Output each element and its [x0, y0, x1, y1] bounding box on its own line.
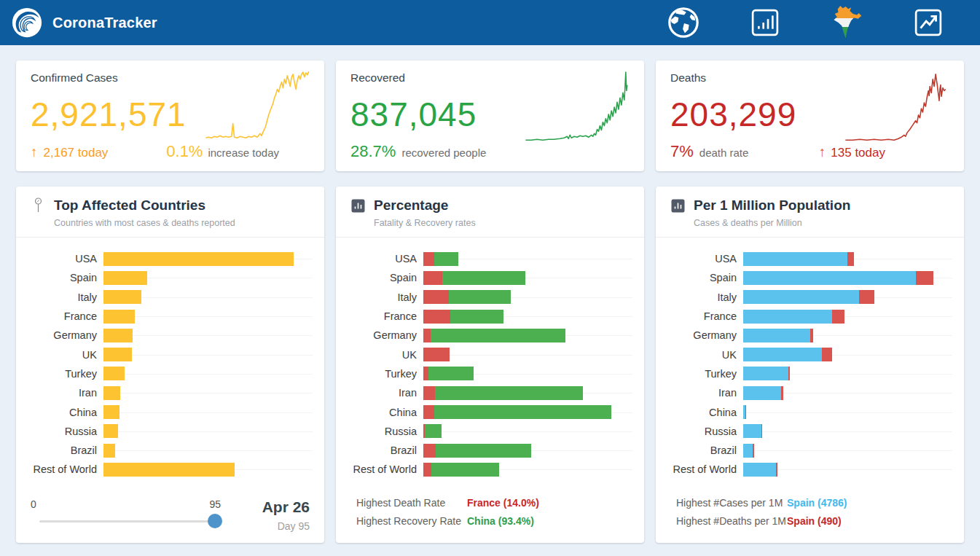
bar-segment[interactable]	[423, 252, 434, 266]
bar-track	[423, 252, 614, 266]
india-map-icon[interactable]	[830, 6, 863, 39]
bar-segment[interactable]	[442, 271, 525, 285]
bar-track	[743, 252, 933, 266]
bar-track	[743, 405, 933, 419]
chart-row: USA	[348, 249, 632, 268]
bar-segment[interactable]	[822, 348, 832, 361]
bar-segment[interactable]	[103, 271, 147, 285]
highest-deaths-per-1m-value: Spain (490)	[787, 515, 842, 527]
bar-segment[interactable]	[423, 386, 435, 400]
deaths-pct-label: death rate	[699, 146, 749, 159]
chart-subtitle: Cases & deaths per Million	[694, 218, 951, 228]
globe-icon[interactable]	[667, 6, 700, 39]
bar-segment[interactable]	[781, 386, 783, 400]
arrow-up-icon: ↑	[819, 144, 826, 160]
bar-track	[103, 271, 294, 285]
charts-row: Top Affected Countries Countries with mo…	[16, 187, 964, 543]
chart-row: Iran	[667, 383, 952, 402]
bar-segment[interactable]	[434, 405, 612, 419]
bar-segment[interactable]	[810, 329, 813, 342]
bar-segment[interactable]	[743, 424, 761, 438]
chart-square-icon	[670, 198, 685, 213]
country-label: Russia	[348, 426, 423, 437]
bar-segment[interactable]	[431, 329, 565, 342]
bar-segment[interactable]	[847, 252, 853, 266]
bar-segment[interactable]	[431, 463, 499, 477]
bar-segment[interactable]	[103, 367, 125, 380]
chart-title: Per 1 Million Population	[694, 197, 850, 214]
chart-row: Brazil	[28, 441, 313, 460]
bar-segment[interactable]	[449, 290, 511, 304]
bar-segment[interactable]	[423, 310, 450, 324]
bar-segment[interactable]	[103, 463, 235, 477]
bar-track	[103, 310, 294, 324]
bar-segment[interactable]	[743, 271, 916, 285]
bar-segment[interactable]	[743, 463, 776, 477]
chart-row: UK	[348, 345, 632, 364]
bar-segment[interactable]	[743, 290, 859, 304]
bar-segment[interactable]	[103, 444, 115, 458]
deaths-card: Deaths 203,299 7% death rate ↑ 135 today	[656, 60, 964, 171]
bar-segment[interactable]	[832, 310, 844, 324]
confirmed-cases-card: Confirmed Cases 2,921,571 ↑ 2,167 today …	[16, 60, 324, 171]
bar-segment[interactable]	[743, 348, 822, 361]
bar-track	[103, 463, 294, 477]
bar-segment[interactable]	[743, 329, 810, 342]
bar-segment[interactable]	[859, 290, 874, 304]
bar-segment[interactable]	[423, 444, 436, 458]
bar-segment[interactable]	[743, 367, 788, 380]
bar-segment[interactable]	[743, 386, 781, 400]
bar-chart-icon[interactable]	[748, 6, 782, 39]
bar-segment[interactable]	[436, 444, 531, 458]
bar-segment[interactable]	[103, 424, 118, 438]
deaths-pct: 7%	[670, 142, 694, 161]
bar-segment[interactable]	[776, 463, 777, 477]
bar-segment[interactable]	[435, 386, 582, 400]
day-slider[interactable]	[39, 520, 215, 522]
bar-segment[interactable]	[423, 348, 450, 361]
country-label: China	[348, 407, 423, 418]
top-affected-header: Top Affected Countries Countries with mo…	[16, 187, 324, 238]
bar-track	[103, 348, 294, 361]
bar-segment[interactable]	[450, 310, 503, 324]
bar-segment[interactable]	[423, 290, 449, 304]
country-label: China	[667, 407, 743, 418]
country-label: Brazil	[348, 445, 423, 456]
bar-segment[interactable]	[916, 271, 933, 285]
bar-segment[interactable]	[103, 386, 120, 400]
bar-segment[interactable]	[103, 252, 294, 266]
bar-track	[423, 367, 614, 380]
bar-track	[743, 329, 933, 342]
bar-segment[interactable]	[743, 252, 847, 266]
slider-handle[interactable]	[208, 514, 222, 528]
bar-segment[interactable]	[423, 329, 431, 342]
bar-segment[interactable]	[103, 310, 135, 324]
bar-segment[interactable]	[103, 290, 141, 304]
bar-track	[103, 444, 294, 458]
bar-segment[interactable]	[423, 271, 442, 285]
trending-up-icon[interactable]	[912, 6, 945, 39]
bar-segment[interactable]	[434, 252, 458, 266]
selected-date: Apr 26	[241, 498, 310, 516]
bar-segment[interactable]	[423, 367, 428, 380]
bar-segment[interactable]	[423, 463, 431, 477]
chart-row: Brazil	[667, 441, 952, 460]
bar-segment[interactable]	[103, 329, 133, 342]
bar-segment[interactable]	[753, 444, 754, 458]
bar-segment[interactable]	[743, 310, 832, 324]
bar-segment[interactable]	[428, 367, 473, 380]
bar-segment[interactable]	[743, 444, 753, 458]
bar-track	[743, 348, 933, 361]
bar-segment[interactable]	[425, 424, 442, 438]
app-logo[interactable]: CoronaTracker	[10, 6, 157, 39]
highest-death-rate-label: Highest Death Rate	[356, 497, 467, 509]
stats-row: Confirmed Cases 2,921,571 ↑ 2,167 today …	[16, 60, 964, 171]
bar-segment[interactable]	[103, 348, 132, 361]
chart-title: Percentage	[374, 197, 448, 214]
bar-track	[743, 290, 933, 304]
bar-segment[interactable]	[423, 405, 434, 419]
percentage-chart: USASpainItalyFranceGermanyUKTurkeyIranCh…	[336, 238, 644, 482]
bar-segment[interactable]	[788, 367, 790, 380]
country-label: Russia	[28, 426, 103, 437]
bar-segment[interactable]	[103, 405, 119, 419]
